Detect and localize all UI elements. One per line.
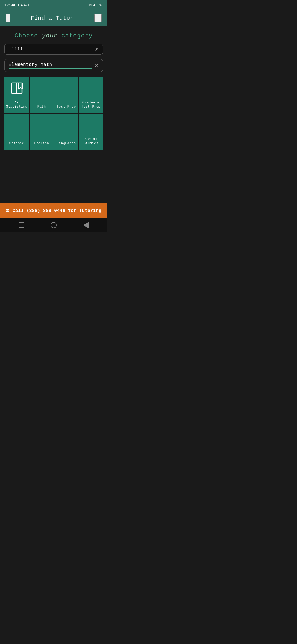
category-tile-ap-statistics[interactable]: AP Statistics xyxy=(4,77,29,113)
heading-choose: Choose xyxy=(15,32,38,39)
tile-label-social-studies: Social Studies xyxy=(81,137,101,146)
dropbox-icon: ◈ xyxy=(21,3,23,7)
battery-indicator: 76 xyxy=(97,3,103,7)
tile-label-languages: Languages xyxy=(57,141,76,146)
category-tile-languages[interactable]: Languages xyxy=(54,114,78,150)
app-bar: ≡ Find a Tutor ⋮ xyxy=(0,10,107,26)
more-status-icon: ··· xyxy=(32,3,38,7)
clear-button-2[interactable]: ✕ xyxy=(95,63,99,68)
heading-category: category xyxy=(61,32,93,39)
status-right: ⊠ ▲ 76 xyxy=(89,3,103,7)
more-options-button[interactable]: ⋮ xyxy=(94,14,102,22)
tile-label-graduate-test-prep: Graduate Test Prep xyxy=(81,101,101,109)
grid-icon: ⊞ xyxy=(28,3,31,7)
circle-icon xyxy=(51,222,57,228)
nfc-icon: ⊞ xyxy=(17,3,19,7)
category-tile-math[interactable]: Math xyxy=(30,77,54,113)
search-input-2[interactable] xyxy=(9,62,92,69)
tile-label-ap-statistics: AP Statistics xyxy=(6,101,27,109)
call-text: Call (888) 888-0446 for Tutoring xyxy=(13,208,101,213)
phone-icon: ☎ xyxy=(6,207,9,214)
status-bar: 12:34 ⊞ ◈ ◎ ⊞ ··· ⊠ ▲ 76 xyxy=(0,0,107,10)
bottom-call-bar[interactable]: ☎ Call (888) 888-0446 for Tutoring xyxy=(0,203,107,218)
search-container-1: ✕ xyxy=(4,44,103,55)
app-title: Find a Tutor xyxy=(31,15,74,21)
tile-label-science: Science xyxy=(9,141,24,146)
category-tile-graduate-test-prep[interactable]: Graduate Test Prep xyxy=(79,77,103,113)
category-grid: AP Statistics Math Test Prep Graduate Te… xyxy=(4,77,103,150)
category-tile-test-prep[interactable]: Test Prep xyxy=(54,77,78,113)
status-left: 12:34 ⊞ ◈ ◎ ⊞ ··· xyxy=(4,3,38,7)
clear-button-1[interactable]: ✕ xyxy=(95,47,99,52)
time-display: 12:34 xyxy=(4,3,15,7)
svg-rect-1 xyxy=(12,83,16,93)
tile-label-test-prep: Test Prep xyxy=(57,105,76,109)
category-tile-science[interactable]: Science xyxy=(4,114,29,150)
square-icon xyxy=(19,222,24,228)
category-tile-english[interactable]: English xyxy=(30,114,54,150)
tile-label-english: English xyxy=(34,141,49,146)
heading-your: your xyxy=(42,32,57,39)
page-heading: Choose your category xyxy=(4,32,103,39)
nav-bar xyxy=(0,218,107,232)
circle-icon: ◎ xyxy=(24,3,27,7)
search-container-2: ✕ xyxy=(4,59,103,72)
search-input-1[interactable] xyxy=(9,47,92,52)
tile-label-math: Math xyxy=(37,105,46,109)
category-tile-social-studies[interactable]: Social Studies xyxy=(79,114,103,150)
nav-back-button[interactable] xyxy=(19,222,24,228)
wifi-icon: ▲ xyxy=(93,3,95,7)
nav-home-button[interactable] xyxy=(51,222,57,228)
book-icon xyxy=(10,81,24,95)
screen-icon: ⊠ xyxy=(89,3,92,7)
main-content: Choose your category ✕ ✕ AP Statistics M… xyxy=(0,26,107,203)
triangle-icon xyxy=(83,222,89,228)
nav-recents-button[interactable] xyxy=(83,222,89,228)
hamburger-menu-button[interactable]: ≡ xyxy=(6,14,10,22)
